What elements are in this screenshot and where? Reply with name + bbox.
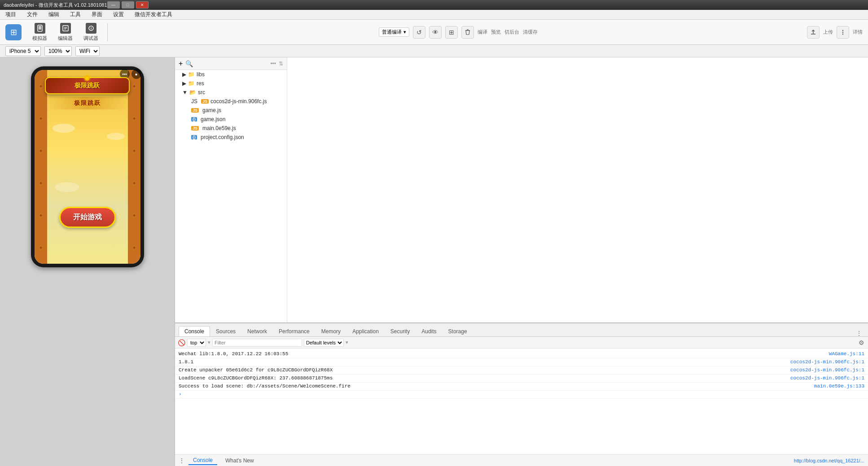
simulator-button[interactable]: 模拟器 (29, 21, 51, 44)
console-context-selector[interactable]: top (187, 339, 206, 347)
console-entry-4-link[interactable]: main.0e59e.js:133 (814, 383, 864, 389)
tab-audits[interactable]: Audits (416, 326, 442, 336)
upload-button[interactable] (807, 26, 820, 39)
editor-label: 编辑器 (58, 35, 73, 42)
folder-chevron-down-icon: ▼ (182, 89, 188, 96)
tab-memory[interactable]: Memory (316, 326, 346, 336)
console-entry-0-text: Wechat lib:1.8.0, 2017.12.22 16:03:55 (179, 351, 288, 357)
start-game-button[interactable]: 开始游戏 (59, 207, 116, 228)
refresh-button[interactable]: ↺ (413, 26, 425, 39)
tab-security[interactable]: Security (385, 326, 416, 336)
file-tree-item-cocos2d[interactable]: JS JS cocos2d-js-min.906fc.js (175, 97, 287, 106)
device-selector[interactable]: iPhone 5 iPhone 6 iPhone X (5, 46, 41, 56)
console-toolbar: 🚫 top ▾ Default levels Verbose Info Warn… (175, 337, 868, 348)
tab-network[interactable]: Network (241, 326, 273, 336)
menu-file[interactable]: 文件 (25, 10, 39, 19)
thorn-3: ✦ (39, 148, 43, 153)
file-tree-item-src[interactable]: ▼ 📂 src (175, 88, 287, 97)
tab-application[interactable]: Application (346, 326, 385, 336)
minimize-button[interactable]: — (107, 1, 120, 9)
file-tree-item-src-label: src (198, 89, 205, 96)
title-bar-text: daobanfeiyifei - 微信开发者工具 v1.02.1801081 (4, 2, 107, 9)
console-chevron-icon: › (179, 392, 182, 397)
console-level-selector[interactable]: Default levels Verbose Info Warnings Err… (304, 339, 344, 347)
thorn-r3: ✦ (132, 148, 136, 153)
network-selector[interactable]: WiFi 3G 4G (75, 46, 100, 56)
compile-label: 编译 (478, 29, 487, 35)
file-tree-item-gamejs[interactable]: JS game.js (175, 106, 287, 115)
side-decoration-left: ✦ ✦ ✦ ✦ ✦ ✦ (35, 70, 47, 264)
editor-button[interactable]: 编辑器 (54, 21, 76, 44)
console-filter-input[interactable] (212, 339, 302, 347)
bottom-bar-menu-icon[interactable]: ⋮ (179, 457, 185, 464)
clear-cache-button[interactable] (461, 26, 474, 39)
folder-icon-src: 📂 (189, 89, 196, 96)
console-entry-4-text: Success to load scene: db://assets/Scene… (179, 383, 351, 389)
file-tree-sort-button[interactable]: ⇅ (279, 61, 283, 67)
console-entry-3-link[interactable]: cocos2d-js-min.906fc.js:1 (790, 375, 864, 381)
console-entry-0-link[interactable]: WAGame.js:11 (829, 351, 864, 357)
search-file-button[interactable]: 🔍 (185, 60, 193, 67)
game-title-banner: 极限跳跃 (45, 77, 130, 94)
js-icon-cocos2d: JS (191, 98, 197, 105)
phone-record-button[interactable]: ● (132, 69, 141, 79)
toolbar-right-actions: 上传 详情 (807, 26, 863, 39)
clear-cache-label: 清缓存 (523, 29, 538, 35)
editor-icon (60, 23, 71, 34)
tab-storage[interactable]: Storage (443, 326, 473, 336)
console-settings-button[interactable]: ⚙ (857, 339, 865, 347)
switch-tab-button[interactable]: ⊞ (445, 26, 458, 39)
details-button[interactable] (837, 26, 849, 39)
menu-tools[interactable]: 工具 (68, 10, 83, 19)
menu-wechat-devtools[interactable]: 微信开发者工具 (133, 10, 174, 19)
game-subtitle-chars: 极限跳跃 (74, 99, 101, 107)
file-tree-item-mainjs-label: main.0e59e.js (202, 125, 236, 131)
zoom-selector[interactable]: 100% 75% 50% (44, 46, 72, 56)
menu-interface[interactable]: 界面 (90, 10, 104, 19)
file-tree-item-mainjs[interactable]: JS main.0e59e.js (175, 124, 287, 133)
folder-icon-res: 📁 (188, 80, 195, 87)
main-area: ✦ ✦ ✦ ✦ ✦ ✦ ✦ ✦ ✦ ✦ ✦ ✦ (0, 57, 868, 466)
code-editor-area (287, 57, 868, 322)
debugger-button[interactable]: 调试器 (80, 21, 102, 44)
bottom-console-tab[interactable]: Console (189, 456, 217, 465)
file-tree-toolbar: + 🔍 ••• ⇅ (175, 57, 287, 70)
devtools-more-button[interactable]: ⋮ (854, 330, 864, 336)
menu-edit[interactable]: 编辑 (47, 10, 61, 19)
thorn-r4: ✦ (132, 181, 136, 186)
tab-sources[interactable]: Sources (210, 326, 241, 336)
file-tree-item-libs[interactable]: ▶ 📁 libs (175, 70, 287, 79)
file-tree-item-gamejson[interactable]: {} game.json (175, 115, 287, 124)
file-tree-item-libs-label: libs (197, 71, 205, 78)
menu-project[interactable]: 项目 (4, 10, 18, 19)
file-tree-item-projectconfig[interactable]: {} project.config.json (175, 133, 287, 142)
tab-performance[interactable]: Performance (273, 326, 316, 336)
maximize-button[interactable]: □ (122, 1, 134, 9)
compile-mode-selector[interactable]: 普通编译 ▾ (379, 27, 409, 37)
toolbar: ⊞ 模拟器 编辑器 调试器 (0, 20, 868, 45)
switch-tab-label: 切后台 (504, 29, 519, 35)
console-entry-2-link[interactable]: cocos2d-js-min.906fc.js:1 (790, 367, 864, 373)
console-entry-3-text: LoadScene c9L8cZUCBGordDFQizR68X: 237.60… (179, 375, 333, 381)
close-button[interactable]: ✕ (136, 1, 149, 9)
window-controls: — □ ✕ (107, 1, 149, 9)
compile-mode-label: 普通编译 (382, 29, 402, 35)
console-prompt-line[interactable]: › (175, 391, 868, 399)
toolbar-separator-1 (107, 23, 108, 41)
thorn-6: ✦ (39, 245, 43, 250)
folder-chevron-right-icon-res: ▶ (182, 80, 186, 87)
console-entry-1-link[interactable]: cocos2d-js-min.906fc.js:1 (790, 359, 864, 365)
preview-eye-button[interactable]: 👁 (429, 26, 442, 39)
status-bar-url[interactable]: http://blog.csdn.net/qq_16221/... (794, 458, 864, 463)
tab-console[interactable]: Console (179, 326, 210, 336)
menu-settings[interactable]: 设置 (111, 10, 126, 19)
file-tree-item-res[interactable]: ▶ 📁 res (175, 79, 287, 88)
svg-point-8 (91, 29, 92, 30)
thorn-4: ✦ (39, 181, 43, 186)
bottom-whats-new-tab[interactable]: What's New (221, 457, 259, 465)
console-clear-button[interactable]: 🚫 (178, 339, 185, 346)
svg-rect-1 (39, 26, 41, 30)
file-tree-more-button[interactable]: ••• (270, 61, 276, 67)
add-file-button[interactable]: + (179, 60, 183, 68)
file-tree: ▶ 📁 libs ▶ 📁 res ▼ 📂 src (175, 70, 287, 142)
